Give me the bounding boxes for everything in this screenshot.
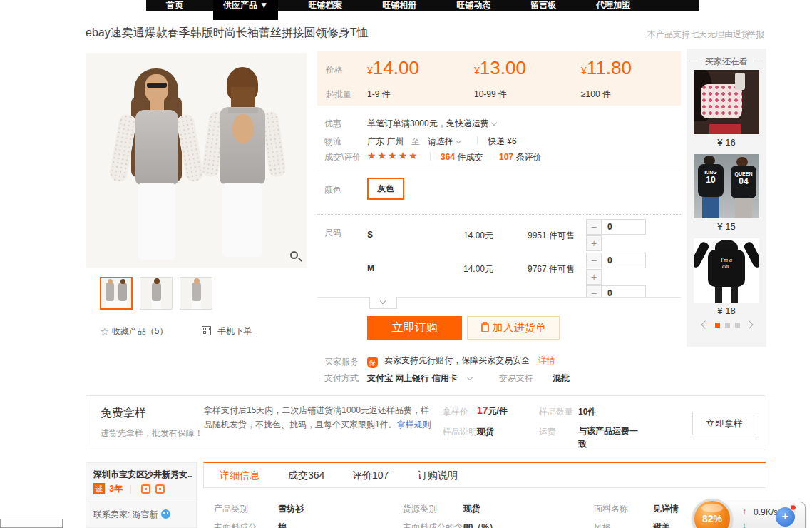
attr-label: 产品类别	[214, 503, 248, 515]
upload-speed: 0.9K/s	[754, 507, 778, 517]
sample-subtitle: 进货先拿样，批发有保障！	[101, 427, 203, 440]
attr-label: 面料名称	[594, 503, 628, 515]
related-product-3-price: ¥ 18	[687, 305, 766, 316]
divider	[317, 171, 681, 171]
pagination-dot-1[interactable]	[715, 323, 720, 328]
attr-label: 主面料成分	[214, 522, 257, 528]
guarantee-medal-icon	[141, 484, 150, 494]
favorite-product[interactable]: ☆ 收藏产品（5）	[100, 325, 168, 338]
size-name: M	[367, 263, 374, 273]
nav-item-shop-updates[interactable]: 旺铺动态	[446, 0, 500, 11]
chevron-down-icon	[380, 298, 386, 304]
product-page: 首页 供应产品 ▼ 旺铺档案 旺铺相册 旺铺动态 留言板 代理加盟 ebay速卖…	[0, 0, 812, 528]
sample-qty-value: 10件	[578, 406, 596, 418]
sample-ship-value: 与该产品运费一致	[578, 425, 644, 450]
order-now-button[interactable]: 立即订购	[367, 316, 462, 340]
thumbnail-3[interactable]	[180, 277, 212, 310]
nav-item-shop-profile[interactable]: 旺铺档案	[298, 0, 352, 11]
magnifier-icon[interactable]	[289, 250, 302, 263]
seller-name[interactable]: 深圳市宝安区沙井新秀女...	[93, 469, 192, 481]
sample-rules-link[interactable]: 拿样规则	[397, 420, 431, 430]
add-to-cart-button[interactable]: 加入进货单	[467, 316, 560, 340]
nav-item-shop-album[interactable]: 旺铺相册	[372, 0, 426, 11]
page-title: ebay速卖通爆款春季韩版时尚长袖蕾丝拼接圆领修身T恤	[86, 26, 368, 41]
main-product-image[interactable]	[86, 53, 307, 268]
destination-select[interactable]: 请选择	[428, 136, 461, 148]
size-name: S	[367, 230, 373, 240]
pagination-dot-2[interactable]	[725, 323, 730, 328]
qr-code-icon	[202, 326, 211, 335]
guarantee-text: 卖家支持先行赔付，保障买家交易安全	[384, 355, 530, 365]
size-stock: 9767 件可售	[528, 263, 575, 275]
color-label: 颜色	[324, 184, 341, 196]
free-sample-section: 免费拿样 进货先拿样，批发有保障！ 拿样支付后15天内，二次店铺进货满1000元…	[86, 395, 766, 450]
express-fee: 快递 ¥6	[488, 136, 517, 148]
status-tooltip	[0, 519, 63, 528]
deals-count[interactable]: 364 件成交	[441, 151, 483, 163]
expand-sizes-button[interactable]	[369, 297, 397, 309]
divider: |	[429, 151, 431, 161]
logistics-label: 物流	[324, 136, 341, 148]
tab-order-notes[interactable]: 订购说明	[418, 469, 458, 482]
get-sample-button[interactable]: 立即拿样	[692, 412, 756, 435]
plus-button[interactable]: +	[586, 269, 602, 285]
trade-support-label: 交易支持	[499, 372, 533, 385]
related-product-2-price: ¥ 15	[687, 221, 766, 232]
sidebar-title: 买家还在看	[687, 56, 766, 68]
promo-text[interactable]: 单笔订单满3000元，免快递运费	[367, 118, 496, 130]
mobile-order[interactable]: 手机下单	[202, 325, 252, 337]
sample-title: 免费拿样	[101, 406, 146, 421]
model-front-figure	[114, 68, 200, 261]
attr-label: 主面料成分的含量	[403, 522, 471, 528]
contact-seller[interactable]: 联系卖家: 游官新	[93, 509, 170, 521]
payment-methods[interactable]: 支付宝 网上银行 信用卡	[367, 372, 472, 385]
related-product-1-image[interactable]	[694, 70, 759, 134]
quantity-stepper: −	[586, 285, 647, 297]
minus-button[interactable]: −	[586, 253, 602, 268]
favorite-label: 收藏产品（5）	[112, 326, 168, 336]
nav-item-message-board[interactable]: 留言板	[520, 0, 566, 11]
promo-label: 优惠	[324, 118, 341, 130]
sample-qty-label: 样品数量	[539, 406, 573, 418]
sample-ship-label: 运费	[539, 426, 556, 438]
prev-page-arrow-icon[interactable]	[701, 320, 709, 328]
moq-label: 起批量	[326, 88, 351, 101]
quantity-stepper: − +	[586, 219, 647, 252]
tab-reviews[interactable]: 评价107	[352, 469, 389, 482]
plus-button[interactable]: +	[586, 235, 602, 251]
wangwang-chat-icon	[161, 509, 170, 519]
size-stock: 9951 件可售	[528, 230, 575, 242]
minus-button[interactable]: −	[586, 285, 602, 297]
nav-item-products[interactable]: 供应产品 ▼	[213, 0, 278, 20]
divider: |	[476, 135, 478, 145]
nav-item-agent[interactable]: 代理加盟	[586, 0, 640, 11]
report-link[interactable]: 举报	[747, 29, 764, 41]
reviews-count[interactable]: 107 条评价	[499, 151, 541, 163]
size-list: S 14.00元 9951 件可售 − + M 14.00元 9767 件可售 …	[317, 218, 681, 297]
quantity-input[interactable]	[602, 285, 646, 297]
quantity-input[interactable]	[602, 219, 646, 235]
size-price: 14.00元	[463, 263, 493, 275]
open-back-cutout	[232, 114, 254, 143]
pagination-dot-3[interactable]	[735, 323, 740, 328]
nav-item-home[interactable]: 首页	[156, 0, 193, 11]
attr-value: 棉	[278, 522, 287, 528]
attr-value: 甜美	[653, 522, 670, 528]
tier2-range: 10-99 件	[474, 88, 507, 101]
logistics-origin: 广东 广州	[367, 136, 404, 148]
quantity-input[interactable]	[602, 253, 646, 268]
guarantee-detail-link[interactable]: 详情	[538, 355, 555, 365]
rating-label: 成交\评价	[324, 151, 361, 163]
thumbnail-2[interactable]	[140, 277, 173, 310]
related-product-3-image[interactable]: I'm a cat.	[694, 238, 759, 303]
tab-detail-info[interactable]: 详细信息	[220, 469, 259, 482]
star-rating-icons: ★★★★★	[367, 150, 419, 161]
tab-deals[interactable]: 成交364	[288, 469, 324, 482]
minus-button[interactable]: −	[586, 219, 602, 235]
thumbnail-1[interactable]	[100, 277, 133, 310]
related-product-2-image[interactable]: KING 10 QUEEN 04	[694, 154, 759, 218]
color-swatch-gray[interactable]: 灰色	[367, 178, 404, 200]
next-page-arrow-icon[interactable]	[745, 320, 753, 328]
sample-note-value: 现货	[477, 426, 494, 438]
tier1-range: 1-9 件	[367, 88, 391, 101]
